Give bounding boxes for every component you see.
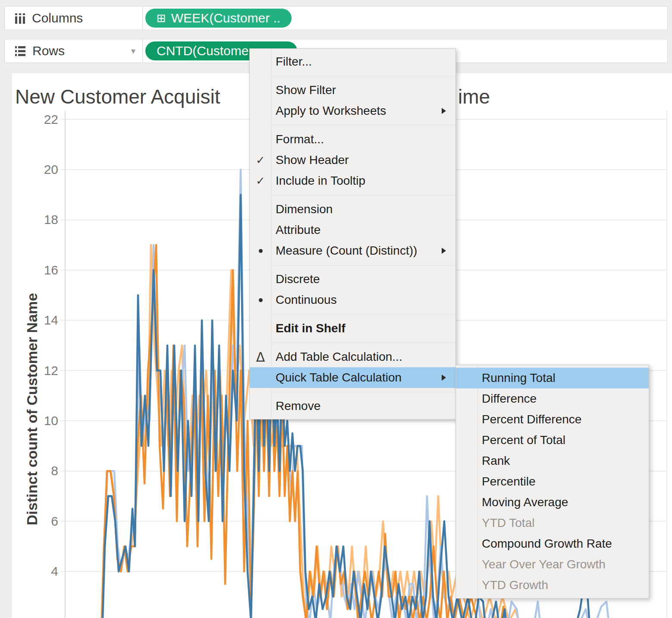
y-tick-label: 18 — [44, 212, 58, 227]
menu-item-label: Year Over Year Growth — [477, 558, 649, 571]
menu-item-quick-table-calculation[interactable]: Quick Table Calculation — [250, 367, 455, 388]
menu-item-show-filter[interactable]: Show Filter — [250, 80, 455, 101]
y-tick-label: 4 — [51, 564, 58, 578]
menu-item-difference[interactable]: Difference — [456, 388, 649, 409]
menu-item-measure-count-distinct[interactable]: Measure (Count (Distinct)) — [250, 240, 455, 261]
pill-context-menu: Filter...Show FilterApply to WorksheetsF… — [249, 48, 456, 419]
menu-item-label: Difference — [477, 392, 649, 406]
menu-item-ytd-growth[interactable]: YTD Growth — [456, 575, 649, 596]
menu-item-percent-of-total[interactable]: Percent of Total — [456, 430, 649, 451]
rows-icon — [15, 46, 25, 56]
menu-item-running-total[interactable]: Running Total — [456, 368, 649, 388]
menu-separator — [271, 125, 455, 126]
y-tick-label: 16 — [44, 263, 58, 277]
rows-shelf-label-cell[interactable]: Rows ▾ — [5, 39, 143, 63]
menu-item-label: Continuous — [271, 293, 455, 307]
menu-item-label: Edit in Shelf — [271, 322, 455, 335]
sheet-title: New Customer Acquisit — [15, 85, 220, 108]
submenu-arrow-icon — [442, 248, 446, 254]
menu-item-add-table-calculation[interactable]: ΔAdd Table Calculation... — [250, 347, 455, 367]
menu-item-label: Discrete — [271, 272, 455, 286]
menu-item-compound-growth-rate[interactable]: Compound Growth Rate — [456, 533, 649, 554]
menu-item-label: Quick Table Calculation — [271, 371, 442, 385]
menu-item-filter[interactable]: Filter... — [250, 51, 455, 72]
menu-item-label: Percent Difference — [477, 413, 649, 426]
menu-item-label: Moving Average — [477, 495, 649, 509]
y-tick-label: 20 — [44, 162, 58, 177]
columns-pill-week-customer[interactable]: ⊞ WEEK(Customer .. — [145, 9, 292, 28]
y-tick-label: 8 — [51, 464, 58, 478]
checkmark-icon: ✓ — [250, 154, 271, 167]
y-tick-label: 12 — [44, 363, 58, 378]
y-axis-title: Distinct count of Customer Name — [24, 293, 41, 525]
menu-item-percent-difference[interactable]: Percent Difference — [456, 409, 649, 430]
menu-item-continuous[interactable]: Continuous — [250, 290, 455, 310]
menu-item-label: Dimension — [271, 202, 455, 216]
menu-separator — [271, 76, 455, 76]
columns-icon — [15, 13, 25, 24]
submenu-arrow-icon — [442, 108, 446, 114]
menu-item-dimension[interactable]: Dimension — [250, 199, 455, 220]
menu-item-label: YTD Growth — [477, 578, 649, 592]
menu-item-label: Rank — [477, 454, 649, 468]
menu-item-label: Show Filter — [271, 83, 455, 97]
chevron-down-icon[interactable]: ▾ — [131, 46, 135, 56]
menu-separator — [271, 195, 455, 195]
menu-item-include-in-tooltip[interactable]: ✓Include in Tooltip — [250, 170, 455, 191]
expand-plus-icon[interactable]: ⊞ — [157, 13, 166, 24]
selected-bullet-icon — [250, 249, 271, 253]
menu-item-label: Add Table Calculation... — [271, 350, 455, 364]
menu-separator — [271, 314, 455, 315]
menu-item-rank[interactable]: Rank — [456, 451, 649, 471]
columns-shelf: Columns ⊞ WEEK(Customer .. — [4, 6, 668, 30]
sheet-title-fragment: ime — [458, 85, 490, 108]
columns-pill-label: WEEK(Customer .. — [171, 11, 280, 25]
submenu-arrow-icon — [442, 375, 446, 381]
menu-item-label: Attribute — [271, 223, 455, 237]
menu-separator — [271, 265, 455, 265]
rows-pill-label: CNTD(Custome — [157, 44, 248, 58]
menu-item-label: Running Total — [477, 371, 649, 385]
menu-item-label: Show Header — [271, 153, 455, 167]
menu-item-discrete[interactable]: Discrete — [250, 269, 455, 290]
y-tick-label: 22 — [44, 112, 58, 126]
menu-item-year-over-year-growth[interactable]: Year Over Year Growth — [456, 554, 649, 575]
menu-item-label: Compound Growth Rate — [477, 537, 649, 551]
checkmark-icon: ✓ — [250, 174, 271, 188]
menu-item-show-header[interactable]: ✓Show Header — [250, 150, 455, 170]
quick-table-calculation-submenu: Running TotalDifferencePercent Differenc… — [455, 365, 649, 599]
columns-shelf-label-cell[interactable]: Columns — [5, 6, 143, 30]
menu-item-label: YTD Total — [477, 516, 649, 530]
menu-item-percentile[interactable]: Percentile — [456, 471, 649, 492]
menu-item-edit-in-shelf[interactable]: Edit in Shelf — [250, 318, 455, 339]
menu-item-label: Filter... — [271, 55, 455, 69]
table-calculation-delta-icon: Δ — [250, 350, 271, 365]
menu-item-moving-average[interactable]: Moving Average — [456, 492, 649, 513]
menu-item-format[interactable]: Format... — [250, 129, 455, 150]
menu-item-remove[interactable]: Remove — [250, 396, 455, 416]
menu-separator — [271, 392, 455, 392]
rows-shelf-label: Rows — [32, 44, 124, 58]
selected-bullet-icon — [250, 298, 271, 302]
y-tick-label: 14 — [44, 313, 58, 327]
menu-separator — [271, 343, 455, 343]
menu-item-label: Measure (Count (Distinct)) — [271, 244, 442, 258]
menu-item-label: Percentile — [477, 475, 649, 489]
y-tick-label: 6 — [51, 514, 58, 528]
menu-item-label: Apply to Worksheets — [271, 104, 442, 118]
menu-item-ytd-total[interactable]: YTD Total — [456, 513, 649, 533]
menu-item-label: Include in Tooltip — [271, 174, 455, 188]
y-tick-label: 10 — [44, 413, 58, 428]
menu-item-label: Remove — [271, 399, 455, 413]
menu-item-label: Percent of Total — [477, 433, 649, 447]
menu-item-label: Format... — [271, 132, 455, 146]
menu-item-apply-to-worksheets[interactable]: Apply to Worksheets — [250, 101, 455, 121]
menu-item-attribute[interactable]: Attribute — [250, 220, 455, 240]
columns-shelf-label: Columns — [32, 11, 135, 25]
